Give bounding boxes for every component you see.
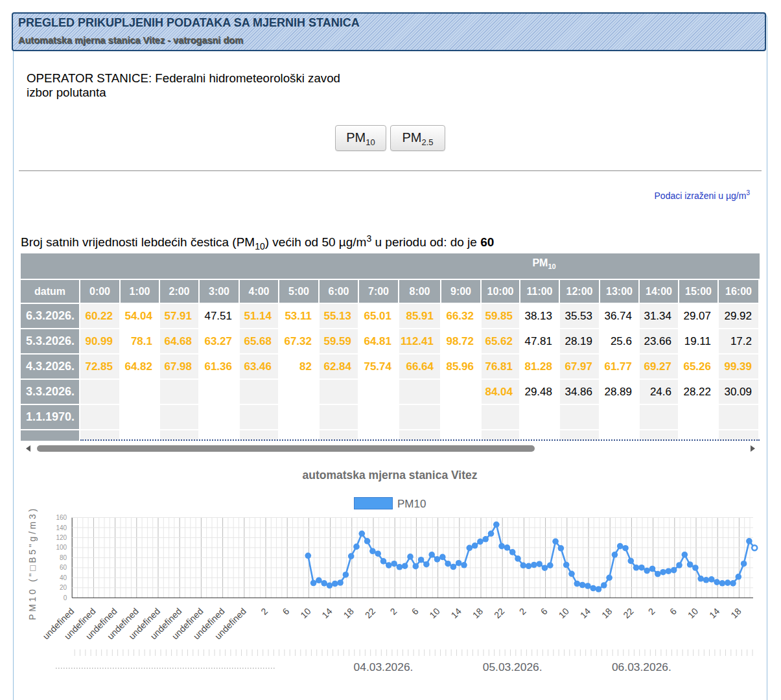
svg-text:14: 14: [578, 606, 592, 620]
svg-text:100: 100: [56, 544, 67, 551]
svg-text:2: 2: [646, 606, 657, 617]
svg-text:05.03.2026.: 05.03.2026.: [483, 660, 542, 673]
svg-text:2: 2: [259, 606, 270, 617]
svg-text:10: 10: [686, 606, 700, 620]
svg-text:14: 14: [320, 606, 334, 620]
svg-text:0: 0: [64, 594, 67, 601]
svg-text:22: 22: [363, 606, 377, 620]
svg-text:140: 140: [56, 524, 67, 531]
svg-text:06.03.2026.: 06.03.2026.: [612, 660, 671, 673]
svg-text:22: 22: [492, 606, 506, 620]
svg-text:22: 22: [621, 606, 635, 620]
svg-text:10: 10: [557, 606, 571, 620]
svg-text:80: 80: [60, 554, 67, 561]
svg-text:18: 18: [471, 606, 485, 620]
svg-text:18: 18: [600, 606, 614, 620]
svg-text:120: 120: [56, 534, 67, 541]
svg-text:6: 6: [668, 606, 679, 617]
svg-text:2: 2: [388, 606, 399, 617]
svg-text:14: 14: [449, 606, 463, 620]
svg-text:60: 60: [60, 564, 67, 571]
svg-text:18: 18: [342, 606, 356, 620]
svg-text:20: 20: [60, 584, 67, 591]
svg-text:10: 10: [427, 606, 441, 620]
svg-text:18: 18: [729, 606, 743, 620]
svg-text:40: 40: [60, 574, 67, 581]
svg-text:10: 10: [298, 606, 312, 620]
svg-text:14: 14: [707, 606, 721, 620]
svg-text:160: 160: [56, 514, 67, 521]
svg-text:04.03.2026.: 04.03.2026.: [354, 660, 414, 673]
svg-text:6: 6: [410, 606, 421, 617]
svg-text:6: 6: [280, 606, 291, 617]
svg-text:2: 2: [517, 606, 528, 617]
svg-text:6: 6: [539, 606, 550, 617]
